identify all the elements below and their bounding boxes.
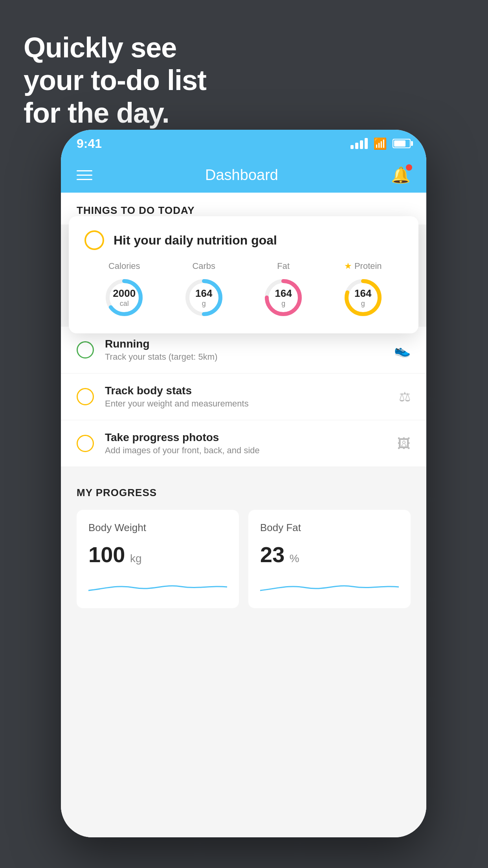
- nutrition-rings: Calories 2000 cal Carbs 164 g Fat: [84, 261, 403, 319]
- ring-item-fat: Fat 164 g: [262, 261, 305, 319]
- todo-item[interactable]: RunningTrack your stats (target: 5km)👟: [61, 327, 426, 373]
- menu-button[interactable]: [77, 170, 92, 180]
- ring-item-carbs: Carbs 164 g: [182, 261, 226, 319]
- progress-unit: %: [290, 552, 299, 565]
- hero-line-2: your to-do list: [24, 64, 206, 97]
- nav-bar: Dashboard 🔔: [61, 157, 426, 193]
- progress-card-title: Body Weight: [88, 522, 227, 534]
- notification-badge: [406, 164, 412, 171]
- todo-item[interactable]: Track body statsEnter your weight and me…: [61, 373, 426, 420]
- nutrition-title: Hit your daily nutrition goal: [114, 233, 277, 248]
- status-time: 9:41: [77, 136, 102, 151]
- status-bar: 9:41 📶: [61, 130, 426, 157]
- progress-section: MY PROGRESS Body Weight 100 kg Body Fat …: [61, 467, 426, 620]
- notification-button[interactable]: 🔔: [391, 166, 411, 184]
- todo-circle[interactable]: [77, 435, 94, 452]
- ring-item-protein: ★Protein 164 g: [341, 261, 385, 319]
- todo-circle[interactable]: [77, 341, 94, 359]
- progress-card[interactable]: Body Fat 23 %: [248, 510, 411, 608]
- chart-line: [88, 577, 227, 596]
- todo-icon: 👟: [394, 342, 411, 358]
- progress-title: MY PROGRESS: [77, 487, 411, 499]
- todo-text: RunningTrack your stats (target: 5km): [105, 338, 383, 362]
- hero-line-1: Quickly see: [24, 31, 206, 64]
- status-icons: 📶: [350, 137, 411, 150]
- wifi-icon: 📶: [373, 137, 387, 150]
- todo-icon: 🖼: [397, 436, 411, 451]
- battery-icon: [393, 139, 411, 148]
- nutrition-check-circle[interactable]: [84, 230, 104, 250]
- things-section-title: THINGS TO DO TODAY: [77, 204, 411, 217]
- todo-item[interactable]: Take progress photosAdd images of your f…: [61, 420, 426, 467]
- hero-line-3: for the day.: [24, 97, 206, 129]
- chart-line: [260, 577, 399, 596]
- signal-icon: [350, 138, 368, 149]
- todo-icon: ⚖: [399, 389, 411, 405]
- nutrition-card: Hit your daily nutrition goal Calories 2…: [69, 216, 418, 333]
- content-area: THINGS TO DO TODAY Hit your daily nutrit…: [61, 193, 426, 837]
- progress-unit: kg: [130, 552, 142, 565]
- todo-circle[interactable]: [77, 388, 94, 405]
- ring-item-calories: Calories 2000 cal: [103, 261, 146, 319]
- hero-text: Quickly see your to-do list for the day.: [24, 31, 206, 129]
- progress-value: 100: [88, 542, 125, 567]
- nutrition-header: Hit your daily nutrition goal: [84, 230, 403, 250]
- todo-text: Track body statsEnter your weight and me…: [105, 384, 388, 409]
- progress-value: 23: [260, 542, 284, 567]
- phone-mockup: 9:41 📶 Dashboard 🔔 THINGS TO DO TODAY: [61, 130, 426, 837]
- todo-list: RunningTrack your stats (target: 5km)👟Tr…: [61, 327, 426, 467]
- progress-card-title: Body Fat: [260, 522, 399, 534]
- progress-card[interactable]: Body Weight 100 kg: [77, 510, 239, 608]
- nav-title: Dashboard: [205, 167, 278, 184]
- progress-cards: Body Weight 100 kg Body Fat 23 %: [77, 510, 411, 608]
- todo-text: Take progress photosAdd images of your f…: [105, 431, 386, 456]
